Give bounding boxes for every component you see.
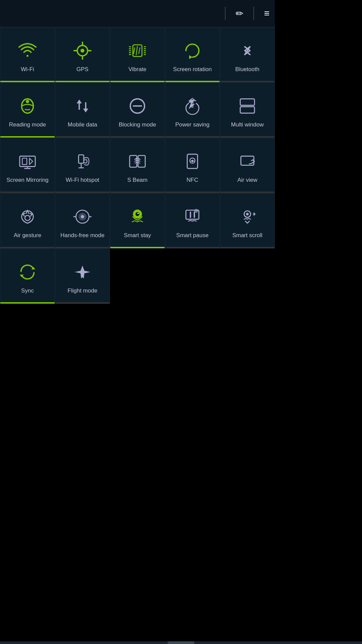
menu-icon[interactable]: ≡ (264, 8, 269, 19)
quick-settings-grid: Wi-Fi GPS Vibrate Screen rotation Blueto… (0, 27, 275, 304)
svg-rect-31 (22, 158, 27, 165)
mobile-data-label: Mobile data (68, 121, 97, 128)
hands-free-indicator (55, 247, 110, 248)
tile-flight-mode[interactable]: Flight mode (55, 249, 110, 304)
air-view-label: Air view (237, 176, 257, 184)
svg-point-49 (135, 212, 139, 216)
screen-rotation-icon (183, 41, 202, 66)
screen-mirroring-indicator (0, 192, 55, 193)
tile-reading-mode[interactable]: Reading mode (0, 83, 55, 138)
flight-mode-label: Flight mode (68, 287, 98, 294)
tile-air-gesture[interactable]: Air gesture (0, 193, 55, 249)
wifi-indicator (0, 81, 55, 82)
sync-icon (18, 262, 37, 287)
wifi-hotspot-label: Wi-Fi hotspot (66, 176, 99, 184)
reading-mode-icon (18, 96, 37, 121)
power-saving-icon (183, 96, 202, 121)
air-view-indicator (220, 192, 275, 193)
tile-screen-mirroring[interactable]: Screen Mirroring (0, 138, 55, 193)
svg-rect-35 (78, 155, 83, 163)
tile-vibrate[interactable]: Vibrate (110, 27, 165, 83)
tile-bluetooth[interactable]: Bluetooth (220, 27, 275, 83)
air-gesture-indicator (0, 247, 55, 248)
tile-power-saving[interactable]: Power saving (165, 83, 220, 138)
mobile-data-icon (73, 96, 92, 121)
tile-hands-free[interactable]: Hands-free mode (55, 193, 110, 249)
svg-point-0 (26, 55, 28, 57)
svg-rect-38 (130, 156, 137, 167)
blocking-mode-label: Blocking mode (119, 121, 156, 128)
svg-point-2 (80, 49, 84, 53)
screen-mirroring-icon (18, 152, 37, 176)
smart-stay-label: Smart stay (124, 232, 151, 239)
tile-wifi-hotspot[interactable]: Wi-Fi hotspot (55, 138, 110, 193)
svg-line-18 (133, 48, 135, 54)
gps-label: GPS (76, 66, 88, 73)
tile-multi-window[interactable]: Multi window (220, 83, 275, 138)
nfc-icon (183, 152, 202, 176)
svg-rect-28 (240, 99, 255, 105)
wifi-hotspot-indicator (55, 192, 110, 193)
tile-smart-pause[interactable]: Smart pause (165, 193, 220, 249)
smart-scroll-indicator (220, 247, 275, 248)
bluetooth-indicator (220, 81, 275, 82)
tile-wifi[interactable]: Wi-Fi (0, 27, 55, 83)
screen-mirroring-label: Screen Mirroring (6, 176, 49, 184)
scrollbar[interactable] (0, 641, 275, 644)
status-bar: ✏ ≡ (0, 0, 275, 27)
empty-tile (110, 249, 165, 304)
air-view-icon (238, 152, 257, 176)
vibrate-icon (128, 41, 147, 66)
svg-point-23 (26, 100, 29, 103)
smart-scroll-label: Smart scroll (232, 232, 262, 239)
s-beam-label: S Beam (127, 176, 147, 184)
divider-2 (253, 7, 254, 20)
tile-gps[interactable]: GPS (55, 27, 110, 83)
svg-line-20 (139, 48, 140, 54)
mobile-data-indicator (55, 136, 110, 138)
tile-nfc[interactable]: NFC (165, 138, 220, 193)
tile-screen-rotation[interactable]: Screen rotation (165, 27, 220, 83)
nfc-label: NFC (187, 176, 198, 184)
vibrate-indicator (110, 81, 165, 82)
svg-marker-21 (189, 55, 192, 59)
empty-tile (220, 249, 275, 304)
smart-pause-icon (183, 207, 202, 232)
pencil-icon[interactable]: ✏ (236, 8, 243, 19)
svg-rect-39 (138, 156, 145, 167)
wifi-hotspot-icon (73, 152, 92, 176)
power-saving-indicator (165, 136, 220, 138)
empty-tile (165, 249, 220, 304)
gps-icon (73, 41, 92, 66)
tile-smart-scroll[interactable]: Smart scroll (220, 193, 275, 249)
tile-s-beam[interactable]: S Beam (110, 138, 165, 193)
multi-window-icon (238, 96, 257, 121)
vibrate-label: Vibrate (128, 66, 146, 73)
svg-line-19 (136, 46, 137, 55)
tile-air-view[interactable]: Air view (220, 138, 275, 193)
power-saving-label: Power saving (175, 121, 209, 128)
smart-stay-indicator (110, 247, 165, 248)
wifi-icon (18, 41, 37, 66)
tile-blocking-mode[interactable]: Blocking mode (110, 83, 165, 138)
blocking-mode-indicator (110, 136, 165, 138)
flight-mode-icon (73, 262, 92, 287)
svg-point-56 (246, 213, 249, 216)
bottom-area (0, 304, 275, 472)
bluetooth-icon (238, 41, 257, 66)
blocking-mode-icon (128, 96, 147, 121)
svg-marker-24 (77, 100, 82, 104)
smart-stay-icon (128, 207, 147, 232)
screen-rotation-indicator (165, 81, 220, 82)
tile-sync[interactable]: Sync (0, 249, 55, 304)
reading-mode-indicator (0, 136, 55, 138)
wifi-label: Wi-Fi (21, 66, 34, 73)
tile-mobile-data[interactable]: Mobile data (55, 83, 110, 138)
gps-indicator (55, 81, 110, 82)
reading-mode-label: Reading mode (9, 121, 46, 128)
smart-pause-indicator (165, 247, 220, 248)
screen-rotation-label: Screen rotation (173, 66, 212, 73)
svg-point-42 (25, 216, 30, 221)
tile-smart-stay[interactable]: Smart stay (110, 193, 165, 249)
divider-1 (225, 7, 226, 20)
